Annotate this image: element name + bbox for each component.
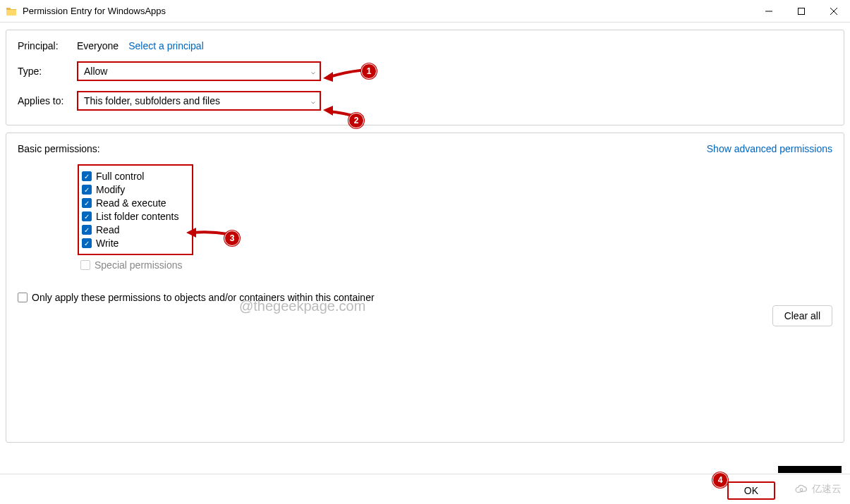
window-controls — [753, 0, 850, 22]
special-permissions-label: Special permissions — [95, 259, 183, 271]
svg-rect-0 — [799, 8, 805, 14]
chevron-down-icon: ⌵ — [311, 97, 315, 105]
permission-checkbox-group: ✓Full control ✓Modify ✓Read & execute ✓L… — [78, 164, 193, 255]
titlebar: Permission Entry for WindowsApps — [0, 0, 850, 23]
full-control-checkbox[interactable]: ✓ — [82, 171, 92, 181]
full-control-label: Full control — [96, 171, 144, 182]
callout-2: 2 — [348, 113, 364, 128]
special-permissions-checkbox — [80, 260, 90, 270]
basic-permissions-label: Basic permissions: — [18, 143, 100, 154]
write-label: Write — [96, 238, 119, 249]
principal-label: Principal: — [18, 40, 77, 51]
chevron-down-icon: ⌵ — [311, 68, 315, 75]
select-principal-link[interactable]: Select a principal — [128, 40, 204, 51]
special-permissions-row: Special permissions — [80, 259, 832, 271]
modify-checkbox[interactable]: ✓ — [82, 185, 92, 195]
yisu-text: 亿速云 — [812, 483, 842, 496]
scrollbar-stub — [778, 466, 842, 473]
show-advanced-permissions-link[interactable]: Show advanced permissions — [707, 143, 832, 154]
type-value: Allow — [84, 66, 107, 77]
list-folder-label: List folder contents — [96, 211, 179, 222]
permissions-section: Basic permissions: Show advanced permiss… — [6, 133, 844, 443]
maximize-button[interactable] — [785, 0, 818, 22]
applies-to-combobox[interactable]: This folder, subfolders and files ⌵ — [77, 91, 321, 111]
yisu-watermark: 亿速云 — [794, 483, 842, 496]
list-folder-checkbox[interactable]: ✓ — [82, 211, 92, 221]
close-button[interactable] — [818, 0, 850, 22]
read-execute-label: Read & execute — [96, 197, 166, 209]
read-checkbox[interactable]: ✓ — [82, 225, 92, 235]
watermark-text: @thegeekpage.com — [239, 298, 365, 314]
cloud-icon — [794, 484, 809, 494]
principal-section: Principal: Everyone Select a principal T… — [6, 30, 844, 125]
applies-to-label: Applies to: — [18, 95, 77, 106]
read-label: Read — [96, 224, 119, 235]
callout-1: 1 — [361, 63, 377, 79]
modify-label: Modify — [96, 184, 125, 195]
callout-4: 4 — [712, 472, 728, 488]
clear-all-button[interactable]: Clear all — [772, 305, 832, 326]
only-apply-checkbox[interactable] — [18, 293, 28, 302]
window-title: Permission Entry for WindowsApps — [23, 6, 753, 16]
callout-3: 3 — [224, 231, 240, 246]
principal-value: Everyone — [77, 40, 119, 51]
svg-point-1 — [800, 488, 803, 491]
applies-to-value: This folder, subfolders and files — [84, 95, 220, 106]
folder-icon — [6, 6, 17, 17]
minimize-button[interactable] — [753, 0, 785, 22]
type-combobox[interactable]: Allow ⌵ — [77, 61, 321, 81]
read-execute-checkbox[interactable]: ✓ — [82, 198, 92, 208]
write-checkbox[interactable]: ✓ — [82, 238, 92, 248]
type-label: Type: — [18, 66, 77, 77]
ok-button[interactable]: OK — [727, 481, 775, 500]
